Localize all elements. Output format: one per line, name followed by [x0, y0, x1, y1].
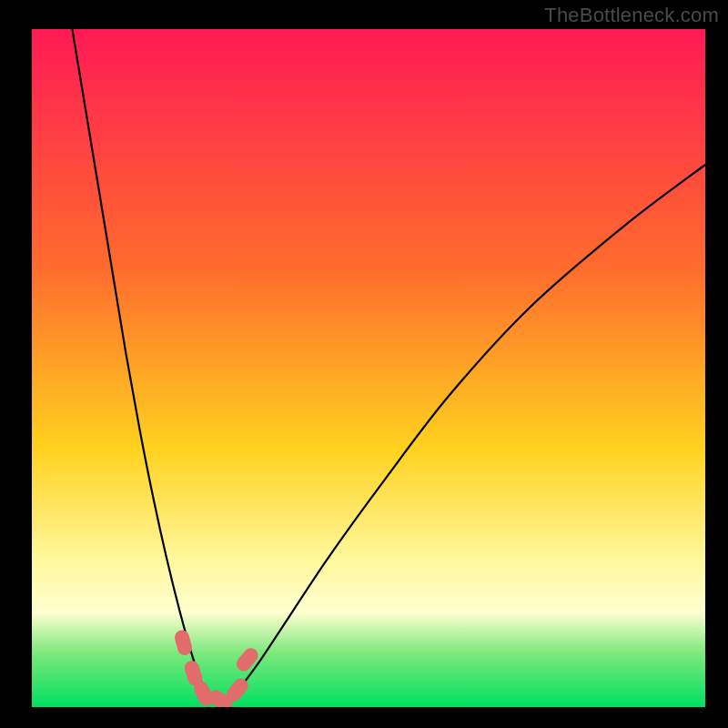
- chart-frame: TheBottleneck.com: [0, 0, 728, 728]
- gradient-background: [32, 29, 705, 707]
- bottleneck-chart: [32, 29, 705, 707]
- watermark-text: TheBottleneck.com: [544, 4, 719, 27]
